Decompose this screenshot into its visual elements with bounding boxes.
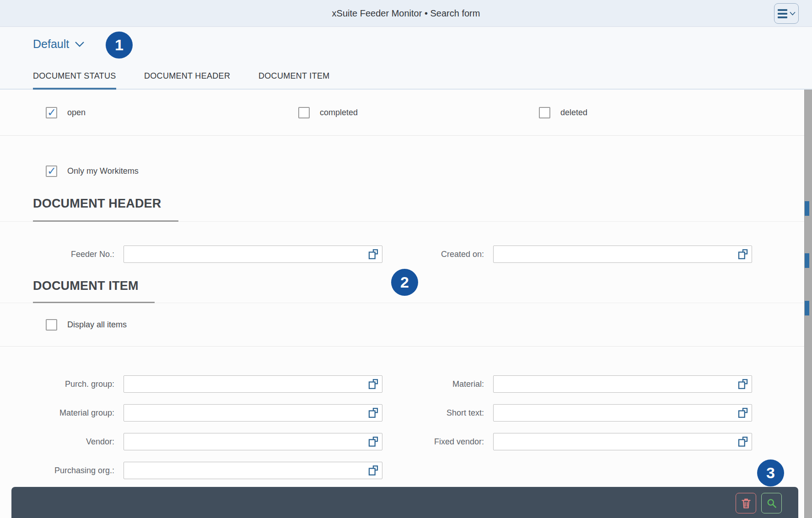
header-bar: xSuite Feeder Monitor • Search form — [0, 0, 812, 27]
value-help-icon[interactable] — [368, 407, 379, 418]
purchasing-org-label: Purchasing org.: — [27, 466, 124, 475]
variant-name: Default — [33, 37, 69, 51]
scroll-marker — [805, 301, 809, 315]
fixed-vendor-input[interactable] — [493, 433, 752, 450]
material-input[interactable] — [493, 375, 752, 393]
chevron-down-icon — [75, 41, 85, 47]
footer-action-bar — [11, 487, 798, 518]
feeder-no-label: Feeder No.: — [27, 250, 124, 259]
field-purch-group: Purch. group: — [27, 375, 382, 393]
feeder-no-input[interactable] — [124, 246, 382, 263]
annotation-badge-3: 3 — [757, 459, 784, 486]
completed-checkbox[interactable] — [298, 107, 310, 118]
divider — [0, 135, 812, 136]
tab-document-item[interactable]: DOCUMENT ITEM — [258, 63, 330, 89]
deleted-label: deleted — [560, 108, 587, 117]
value-help-icon[interactable] — [368, 465, 379, 476]
created-on-input[interactable] — [493, 246, 752, 263]
clear-button[interactable] — [736, 493, 756, 513]
value-help-icon[interactable] — [737, 379, 748, 390]
divider — [0, 346, 812, 347]
value-help-icon[interactable] — [368, 379, 379, 390]
vendor-input[interactable] — [124, 433, 382, 450]
fixed-vendor-label: Fixed vendor: — [403, 437, 493, 447]
checkbox-row-completed: completed — [298, 107, 358, 118]
tab-document-status[interactable]: DOCUMENT STATUS — [33, 63, 116, 90]
chevron-down-icon — [790, 11, 796, 16]
search-button[interactable] — [761, 493, 782, 513]
only-my-workitems-label: Only my Workitems — [67, 166, 139, 176]
field-short-text: Short text: — [403, 404, 752, 422]
short-text-input[interactable] — [493, 404, 752, 422]
value-help-icon[interactable] — [368, 436, 379, 447]
material-group-label: Material group: — [27, 408, 124, 418]
section-underline — [33, 220, 178, 222]
purchasing-org-input[interactable] — [124, 462, 382, 479]
checkbox-row-open: open — [46, 107, 86, 118]
field-material: Material: — [403, 375, 752, 393]
checkbox-row-deleted: deleted — [539, 107, 587, 118]
tab-document-header[interactable]: DOCUMENT HEADER — [144, 63, 230, 89]
section-underline — [33, 302, 155, 303]
value-help-icon[interactable] — [368, 249, 379, 260]
annotation-badge-1: 1 — [106, 32, 133, 59]
variant-selector[interactable]: Default — [33, 37, 85, 51]
open-checkbox[interactable] — [46, 107, 57, 118]
material-label: Material: — [403, 379, 493, 389]
checkbox-row-display-all: Display all items — [46, 319, 127, 331]
deleted-checkbox[interactable] — [539, 107, 550, 118]
checkbox-row-workitems: Only my Workitems — [46, 166, 139, 177]
section-title-document-item: DOCUMENT ITEM — [33, 279, 139, 293]
scroll-marker — [805, 201, 809, 216]
display-all-items-checkbox[interactable] — [46, 319, 57, 331]
open-label: open — [67, 108, 86, 117]
short-text-label: Short text: — [403, 408, 493, 418]
completed-label: completed — [320, 108, 358, 117]
scroll-marker — [805, 253, 809, 268]
menu-button[interactable] — [774, 3, 799, 24]
field-created-on: Created on: — [403, 246, 752, 263]
field-fixed-vendor: Fixed vendor: — [403, 433, 752, 450]
created-on-label: Created on: — [403, 250, 493, 259]
purch-group-input[interactable] — [124, 375, 382, 393]
trash-icon — [740, 497, 752, 509]
field-vendor: Vendor: — [27, 433, 382, 450]
vendor-label: Vendor: — [27, 437, 124, 447]
display-all-items-label: Display all items — [67, 320, 127, 330]
only-my-workitems-checkbox[interactable] — [46, 166, 57, 177]
value-help-icon[interactable] — [737, 436, 748, 447]
magnifier-icon — [766, 497, 778, 509]
purch-group-label: Purch. group: — [27, 379, 124, 389]
app-window: xSuite Feeder Monitor • Search form Defa… — [0, 0, 812, 518]
material-group-input[interactable] — [124, 404, 382, 422]
vertical-scrollbar[interactable] — [804, 90, 812, 518]
value-help-icon[interactable] — [737, 407, 748, 418]
value-help-icon[interactable] — [737, 249, 748, 260]
section-title-document-header: DOCUMENT HEADER — [33, 197, 161, 211]
field-feeder-no: Feeder No.: — [27, 246, 382, 263]
page-title: xSuite Feeder Monitor • Search form — [0, 0, 812, 27]
hamburger-icon — [778, 9, 787, 18]
tab-strip: DOCUMENT STATUS DOCUMENT HEADER DOCUMENT… — [0, 63, 812, 90]
field-material-group: Material group: — [27, 404, 382, 422]
field-purchasing-org: Purchasing org.: — [27, 462, 382, 479]
annotation-badge-2: 2 — [391, 269, 418, 296]
